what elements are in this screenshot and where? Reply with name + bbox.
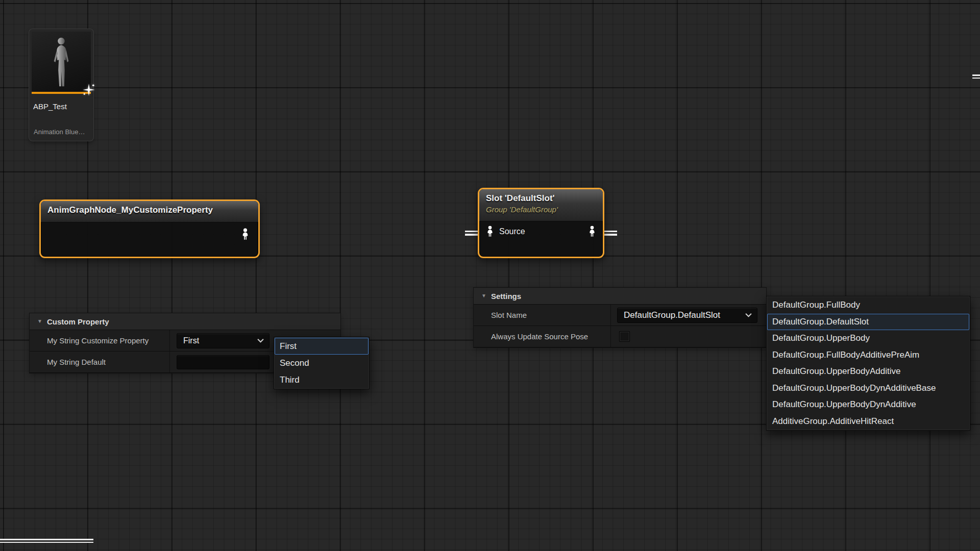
pose-output-pin-icon[interactable] (587, 226, 597, 237)
string-property-dropdown-menu: First Second Third (274, 337, 370, 389)
node-body (41, 222, 258, 255)
dropdown-option-first[interactable]: First (275, 338, 369, 355)
asset-thumbnail (32, 32, 91, 92)
offscreen-pose-wire-top-right (972, 74, 980, 79)
expander-arrow-icon[interactable]: ▼ (37, 319, 42, 324)
node-header[interactable]: Slot 'DefaultSlot' Group 'DefaultGroup' (479, 189, 603, 221)
slot-option[interactable]: DefaultGroup.FullBodyAdditivePreAim (767, 347, 969, 364)
source-input-pin[interactable]: Source (485, 226, 525, 237)
slot-option[interactable]: DefaultGroup.UpperBodyDynAdditive (767, 396, 969, 413)
slot-option[interactable]: AdditiveGroup.AdditiveHitReact (767, 413, 969, 430)
slot-output-wire-stub (603, 231, 617, 236)
sparkle-icon (82, 83, 96, 97)
property-label: Slot Name (474, 305, 611, 325)
node-title: AnimGraphNode_MyCustomizeProperty (47, 205, 252, 215)
mannequin-icon (46, 36, 76, 90)
node-body: Source (479, 221, 603, 255)
my-string-customize-dropdown[interactable]: First (177, 333, 270, 348)
settings-category-header[interactable]: ▼ Settings (474, 288, 766, 305)
dropdown-option-second[interactable]: Second (275, 355, 369, 371)
category-label: Settings (491, 292, 521, 300)
property-row-slot-name: Slot Name DefaultGroup.DefaultSlot (474, 305, 766, 326)
property-label: My String Default (30, 352, 170, 372)
node-title: Slot 'DefaultSlot' (486, 193, 596, 204)
my-string-default-input[interactable] (177, 355, 270, 369)
custom-property-category-header[interactable]: ▼ Custom Property (30, 313, 340, 330)
settings-panel: ▼ Settings Slot Name DefaultGroup.Defaul… (474, 288, 766, 347)
offscreen-pose-wire-bottom-left (0, 539, 93, 543)
expander-arrow-icon[interactable]: ▼ (481, 293, 486, 298)
category-label: Custom Property (47, 317, 109, 326)
node-subtitle: Group 'DefaultGroup' (486, 205, 596, 214)
chevron-down-icon (257, 338, 264, 343)
dropdown-current-value: DefaultGroup.DefaultSlot (624, 310, 720, 320)
property-label: My String Customize Property (30, 330, 170, 351)
node-animgraph-my-customize-property[interactable]: AnimGraphNode_MyCustomizeProperty (39, 199, 260, 258)
node-slot-defaultslot[interactable]: Slot 'DefaultSlot' Group 'DefaultGroup' … (478, 188, 604, 258)
node-header[interactable]: AnimGraphNode_MyCustomizeProperty (41, 201, 258, 222)
slot-option[interactable]: DefaultGroup.FullBody (767, 297, 969, 314)
pose-output-pin-icon[interactable] (240, 228, 250, 240)
pose-input-pin-icon[interactable] (485, 226, 495, 237)
slot-option-selected[interactable]: DefaultGroup.DefaultSlot (767, 314, 969, 331)
dropdown-current-value: First (183, 336, 199, 345)
property-row-always-update-source-pose: Always Update Source Pose (474, 326, 766, 347)
dropdown-option-third[interactable]: Third (275, 371, 369, 388)
asset-title: ABP_Test (32, 102, 91, 111)
asset-tile-abp-test[interactable]: ABP_Test Animation Blue… (29, 29, 93, 141)
graph-grid (0, 0, 980, 551)
always-update-source-pose-checkbox[interactable] (619, 331, 630, 342)
asset-type-label: Animation Blue… (34, 128, 85, 136)
chevron-down-icon (745, 313, 752, 317)
slot-option[interactable]: DefaultGroup.UpperBody (767, 330, 969, 347)
blueprint-graph-canvas[interactable]: ABP_Test Animation Blue… AnimGraphNode_M… (0, 0, 980, 551)
slot-option[interactable]: DefaultGroup.UpperBodyAdditive (767, 363, 969, 380)
slot-name-dropdown[interactable]: DefaultGroup.DefaultSlot (617, 308, 757, 323)
slot-option[interactable]: DefaultGroup.UpperBodyDynAdditiveBase (767, 380, 969, 397)
slot-name-dropdown-menu: DefaultGroup.FullBody DefaultGroup.Defau… (766, 296, 970, 431)
property-label: Always Update Source Pose (474, 326, 611, 347)
slot-input-wire-stub (465, 231, 479, 236)
source-pin-label: Source (499, 227, 525, 236)
